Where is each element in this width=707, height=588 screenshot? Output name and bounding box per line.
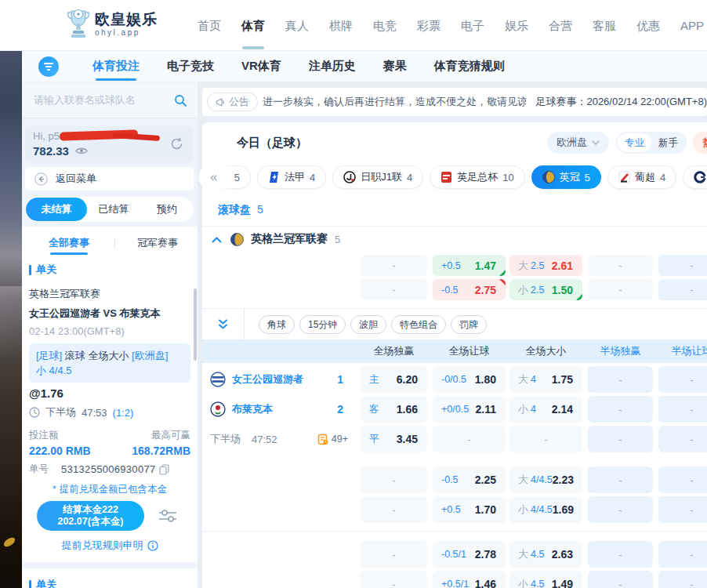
team-cell[interactable]: 布莱克本2 [210,396,353,423]
mode-pill[interactable]: 专业 [618,133,651,152]
cashout-button[interactable]: 结算本金222 202.07(含本金) [37,501,144,531]
stadium-background-image [0,51,22,588]
copy-icon[interactable] [159,464,169,475]
topnav-item[interactable]: 优惠 [636,0,660,51]
team-cell[interactable]: 女王公园巡游者1 [210,366,353,393]
back-to-menu-button[interactable]: 返回菜单 [25,167,194,191]
tabs-scroll-left[interactable]: « [202,164,234,191]
topnav-item[interactable]: 娱乐 [505,0,528,51]
search-input[interactable] [34,94,174,106]
topnav-item[interactable]: 体育 [241,0,265,51]
odds-cell[interactable]: +0.51.47 [433,255,506,276]
mode-pill[interactable]: 新手 [651,133,685,152]
subnav-item[interactable]: 注单历史 [309,59,356,74]
odds-cell[interactable]: +0.5/11.46 [433,571,506,588]
line-value: 4 [531,374,536,385]
filter-icon[interactable] [38,56,59,77]
odds-value: 1.49 [552,578,573,588]
odds-cell[interactable]: -0/0.51.80 [433,366,506,393]
odds-value: 1.47 [475,260,496,272]
odds-cell[interactable]: 小2.51.50 [509,279,582,300]
team-cell[interactable]: 下半场47:5249+ [210,426,353,452]
subnav-item[interactable]: VR体育 [241,59,281,74]
odds-cell[interactable]: +0.51.70 [433,496,506,523]
slip-tab[interactable]: 未结算 [26,198,87,221]
sidebar-scrollbar[interactable] [194,289,197,361]
topnav-item[interactable]: 电子 [461,0,484,51]
league-section-header[interactable]: 英格兰冠军联赛 5 [202,226,707,252]
info-icon [147,540,158,551]
team-name: 女王公园巡游者 [232,372,303,387]
topnav-item[interactable]: APP [680,0,704,51]
bet-subtab[interactable]: 冠军赛事 [137,236,178,250]
refresh-balance-icon[interactable] [169,136,184,151]
odds-cell[interactable]: -0.52.25 [433,466,506,493]
odds-cell[interactable]: 大41.75 [509,366,582,393]
top-nav: 首页体育真人棋牌电竞彩票电子娱乐合营客服优惠APP [198,0,704,51]
topnav-item[interactable]: 客服 [593,0,616,51]
topnav-item[interactable]: 棋牌 [329,0,353,51]
eye-icon[interactable] [75,147,88,155]
odds-cell[interactable]: -0.5/12.78 [433,541,506,568]
odds-cell[interactable]: 大2.52.61 [509,255,582,276]
hot-matches-button[interactable]: 热 [693,132,707,154]
more-markets-link[interactable]: 49+ [317,434,348,445]
topnav-item[interactable]: 首页 [198,0,221,51]
odds-cell[interactable]: 客1.66 [361,396,427,423]
subnav-item[interactable]: 赛果 [383,59,407,74]
league-tab[interactable]: 法甲4 [257,165,326,189]
j1-league-icon [343,171,356,183]
sub-nav-items: 体育投注电子竞技VR体育注单历史赛果体育竞猜规则 [92,51,505,82]
stake-value: 222.00 RMB [29,445,91,457]
odds-value: 1.75 [552,373,573,386]
odds-cell-empty: - [588,279,653,300]
odds-cell-empty: - [588,496,653,523]
topnav-item[interactable]: 真人 [285,0,309,51]
league-tab[interactable]: 葡超4 [607,165,676,189]
cashout-settings-icon[interactable] [158,508,177,524]
league-tab[interactable]: 荷甲8 [683,165,707,189]
handicap-type-dropdown[interactable]: 欧洲盘 [547,132,609,154]
odds-cell[interactable]: 小4.51.49 [509,571,582,588]
subnav-item[interactable]: 体育投注 [92,59,140,74]
submarket-pill[interactable]: 15分钟 [299,315,346,334]
odds-cell-empty: - [658,255,707,276]
odds-value: 1.69 [553,503,574,516]
submarket-pill[interactable]: 角球 [259,315,295,334]
bet-subtab[interactable]: 全部赛事 [49,236,89,250]
submarket-pill[interactable]: 罚牌 [451,315,487,334]
empty-team-cell [210,496,353,523]
league-tab[interactable]: 英冠5 [531,165,601,189]
handicap-label: +0/0.5 [441,404,469,415]
brand-logo[interactable]: 欧皇娱乐 ohyl.app [67,8,158,41]
odds-cell[interactable]: +0/0.52.11 [433,396,506,423]
cashout-rules-link[interactable]: 提前兑现规则申明 [29,539,190,553]
odds-cell-empty: - [588,571,653,588]
search-icon[interactable] [174,94,187,107]
odds-cell[interactable]: 小42.14 [509,396,582,423]
line-value: 4.5 [531,549,544,560]
slip-tab[interactable]: 已结算 [87,202,140,216]
odds-cell[interactable]: 主6.20 [361,366,427,393]
subnav-item[interactable]: 电子竞技 [167,59,214,74]
topnav-item[interactable]: 电竞 [373,0,397,51]
odds-column-header: 半场让球 [658,344,707,358]
odds-cell[interactable]: 小4/4.51.69 [509,496,582,523]
subnav-item[interactable]: 体育竞猜规则 [434,59,505,74]
odds-cell[interactable]: -0.52.75 [433,279,506,300]
topnav-item[interactable]: 合营 [549,0,572,51]
submarket-pill[interactable]: 波胆 [350,315,386,334]
odds-cell[interactable]: 平3.45 [361,426,427,452]
odds-cell[interactable]: 大4/4.52.23 [509,466,582,493]
slip-tab[interactable]: 预约 [140,202,194,216]
topnav-item[interactable]: 彩票 [417,0,441,51]
odds-value: 2.75 [475,284,496,296]
facup-league-icon [441,171,452,183]
no-odds-dash: - [588,374,653,386]
league-tab[interactable]: 英足总杯10 [430,165,524,189]
odds-cell[interactable]: 大4.52.63 [509,541,582,568]
expand-markets-button[interactable] [202,309,245,340]
league-tab[interactable]: 日职J1联4 [332,165,423,189]
odds-cell-empty: - [658,366,707,393]
submarket-pill[interactable]: 特色组合 [391,315,446,334]
